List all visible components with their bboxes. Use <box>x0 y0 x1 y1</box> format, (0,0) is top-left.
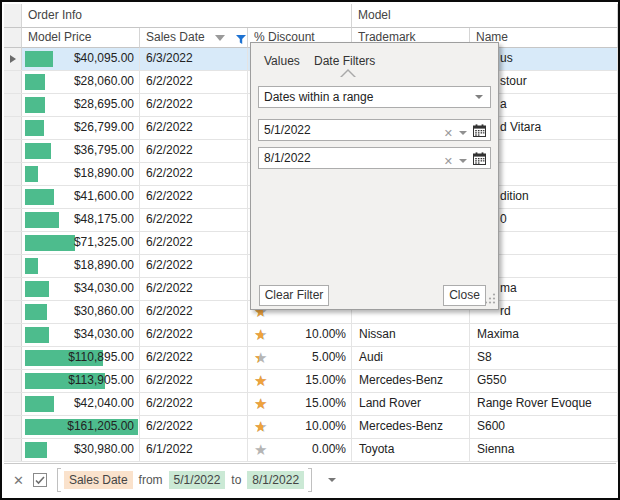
model-price-cell[interactable]: $113,905.00 <box>22 370 140 392</box>
remove-filter-icon[interactable]: ✕ <box>13 473 24 488</box>
table-row[interactable]: $161,205.006/2/2022★★10.00%Mercedes-Benz… <box>4 416 618 439</box>
table-row[interactable]: $30,980.006/1/2022★★0.00%ToyotaSienna <box>4 439 618 462</box>
name-cell[interactable]: Maxima <box>470 324 618 346</box>
clear-filter-button[interactable]: Clear Filter <box>259 285 329 306</box>
name-cell[interactable]: Range Rover Evoque <box>470 393 618 415</box>
sales-date-cell[interactable]: 6/2/2022 <box>140 71 248 93</box>
model-price-cell[interactable]: $30,980.00 <box>22 439 140 461</box>
model-price-cell[interactable]: $28,060.00 <box>22 71 140 93</box>
column-header-model-price[interactable]: Model Price <box>22 28 140 48</box>
sales-date-cell[interactable]: 6/2/2022 <box>140 140 248 162</box>
discount-cell[interactable]: ★★5.00% <box>248 347 352 369</box>
filter-from-value-chip[interactable]: 5/1/2022 <box>169 471 226 489</box>
trademark-cell[interactable]: Toyota <box>352 439 470 461</box>
discount-cell[interactable]: ★★15.00% <box>248 370 352 392</box>
model-price-cell[interactable]: $28,695.00 <box>22 94 140 116</box>
sales-date-cell[interactable]: 6/2/2022 <box>140 416 248 438</box>
clear-date-icon[interactable]: ✕ <box>444 154 453 168</box>
sales-date-cell[interactable]: 6/2/2022 <box>140 255 248 277</box>
filter-enabled-checkbox[interactable] <box>33 473 47 487</box>
band-order-info[interactable]: Order Info <box>22 4 352 28</box>
model-price-value: $71,325.00 <box>22 232 139 253</box>
row-indicator-cell <box>4 370 22 392</box>
name-value: S8 <box>470 347 617 368</box>
model-price-value: $110,895.00 <box>22 347 139 368</box>
name-value: Maxima <box>470 324 617 345</box>
name-cell[interactable]: Sienna <box>470 439 618 461</box>
sales-date-cell[interactable]: 6/2/2022 <box>140 393 248 415</box>
model-price-cell[interactable]: $161,205.00 <box>22 416 140 438</box>
clear-date-icon[interactable]: ✕ <box>444 126 453 140</box>
sales-date-cell[interactable]: 6/2/2022 <box>140 301 248 323</box>
sales-date-value: 6/1/2022 <box>140 439 247 460</box>
sales-date-cell[interactable]: 6/1/2022 <box>140 439 248 461</box>
discount-cell[interactable]: ★★0.00% <box>248 439 352 461</box>
row-indicator-cell <box>4 324 22 346</box>
table-row[interactable]: $110,895.006/2/2022★★5.00%AudiS8 <box>4 347 618 370</box>
combo-dropdown-arrow-icon[interactable] <box>475 95 483 99</box>
trademark-value: Audi <box>352 347 469 368</box>
model-price-value: $18,890.00 <box>22 163 139 184</box>
active-filter-funnel-icon[interactable] <box>236 32 246 48</box>
trademark-cell[interactable]: Mercedes-Benz <box>352 370 470 392</box>
column-header-sales-date[interactable]: Sales Date <box>140 28 248 48</box>
trademark-cell[interactable]: Mercedes-Benz <box>352 416 470 438</box>
table-row[interactable]: $34,030.006/2/2022★★10.00%NissanMaxima <box>4 324 618 347</box>
sales-date-cell[interactable]: 6/2/2022 <box>140 117 248 139</box>
sales-date-value: 6/2/2022 <box>140 117 247 138</box>
table-row[interactable]: $113,905.006/2/2022★★15.00%Mercedes-Benz… <box>4 370 618 393</box>
trademark-value: Mercedes-Benz <box>352 416 469 437</box>
name-cell[interactable]: S600 <box>470 416 618 438</box>
model-price-cell[interactable]: $26,799.00 <box>22 117 140 139</box>
model-price-cell[interactable]: $71,325.00 <box>22 232 140 254</box>
calendar-icon[interactable] <box>473 123 486 143</box>
model-price-cell[interactable]: $36,795.00 <box>22 140 140 162</box>
sales-date-value: 6/2/2022 <box>140 324 247 345</box>
model-price-cell[interactable]: $40,095.00 <box>22 48 140 70</box>
discount-cell[interactable]: ★★10.00% <box>248 416 352 438</box>
tab-values[interactable]: Values <box>264 54 300 68</box>
model-price-cell[interactable]: $18,890.00 <box>22 255 140 277</box>
table-row[interactable]: $42,040.006/2/2022★★15.00%Land RoverRang… <box>4 393 618 416</box>
calendar-icon[interactable] <box>473 151 486 171</box>
model-price-cell[interactable]: $18,890.00 <box>22 163 140 185</box>
date-dropdown-arrow-icon[interactable] <box>459 131 467 135</box>
resize-grip[interactable] <box>485 293 496 307</box>
model-price-cell[interactable]: $30,860.00 <box>22 301 140 323</box>
row-indicator-cell <box>4 347 22 369</box>
sales-date-cell[interactable]: 6/2/2022 <box>140 278 248 300</box>
model-price-cell[interactable]: $42,040.00 <box>22 393 140 415</box>
filter-mru-dropdown-icon[interactable] <box>328 478 336 482</box>
sales-date-cell[interactable]: 6/2/2022 <box>140 163 248 185</box>
sales-date-value: 6/2/2022 <box>140 370 247 391</box>
date-dropdown-arrow-icon[interactable] <box>459 159 467 163</box>
sales-date-cell[interactable]: 6/2/2022 <box>140 186 248 208</box>
filter-to-value-chip[interactable]: 8/1/2022 <box>247 471 304 489</box>
trademark-cell[interactable]: Nissan <box>352 324 470 346</box>
sales-date-cell[interactable]: 6/2/2022 <box>140 324 248 346</box>
model-price-cell[interactable]: $48,175.00 <box>22 209 140 231</box>
sales-date-cell[interactable]: 6/2/2022 <box>140 232 248 254</box>
date-from-input[interactable]: 5/1/2022 ✕ <box>258 119 491 141</box>
trademark-cell[interactable]: Land Rover <box>352 393 470 415</box>
model-price-cell[interactable]: $34,030.00 <box>22 278 140 300</box>
date-to-input[interactable]: 8/1/2022 ✕ <box>258 147 491 169</box>
name-cell[interactable]: G550 <box>470 370 618 392</box>
filter-type-combobox[interactable]: Dates within a range <box>258 86 491 108</box>
discount-cell[interactable]: ★★10.00% <box>248 324 352 346</box>
trademark-cell[interactable]: Audi <box>352 347 470 369</box>
close-button[interactable]: Close <box>443 285 486 306</box>
filter-column-chip[interactable]: Sales Date <box>64 471 133 489</box>
band-model[interactable]: Model <box>352 4 618 28</box>
sales-date-cell[interactable]: 6/2/2022 <box>140 347 248 369</box>
model-price-cell[interactable]: $34,030.00 <box>22 324 140 346</box>
sales-date-cell[interactable]: 6/2/2022 <box>140 370 248 392</box>
discount-cell[interactable]: ★★15.00% <box>248 393 352 415</box>
sales-date-cell[interactable]: 6/3/2022 <box>140 48 248 70</box>
sales-date-cell[interactable]: 6/2/2022 <box>140 209 248 231</box>
sales-date-cell[interactable]: 6/2/2022 <box>140 94 248 116</box>
model-price-cell[interactable]: $41,600.00 <box>22 186 140 208</box>
model-price-cell[interactable]: $110,895.00 <box>22 347 140 369</box>
name-cell[interactable]: S8 <box>470 347 618 369</box>
tab-date-filters[interactable]: Date Filters <box>314 54 375 68</box>
